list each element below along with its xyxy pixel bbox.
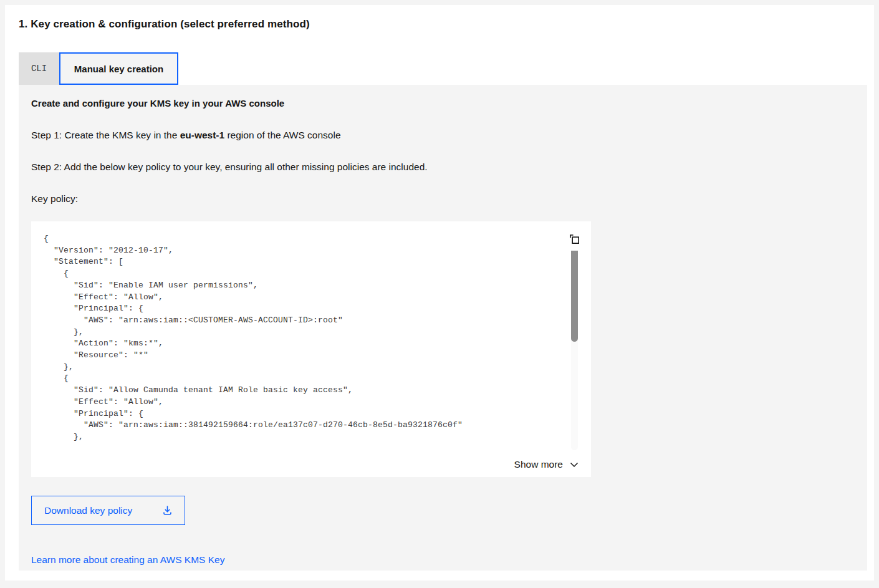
content-card: 1. Key creation & configuration (select …	[5, 5, 874, 581]
download-button-label: Download key policy	[44, 505, 132, 516]
page-background: 1. Key creation & configuration (select …	[0, 0, 879, 588]
step-2-text: Step 2: Add the below key policy to your…	[31, 161, 855, 173]
step-1-region: eu-west-1	[180, 130, 225, 140]
method-tabs: CLI Manual key creation	[19, 52, 862, 85]
copy-button[interactable]	[567, 231, 582, 246]
chevron-down-icon	[570, 462, 579, 468]
learn-more-link[interactable]: Learn more about creating an AWS KMS Key	[31, 554, 224, 566]
tab-cli-label: CLI	[31, 64, 47, 74]
panel-heading: Create and configure your KMS key in you…	[31, 97, 855, 110]
download-key-policy-button[interactable]: Download key policy	[31, 496, 185, 525]
step-1-text: Step 1: Create the KMS key in the eu-wes…	[31, 129, 855, 142]
key-policy-code: { "Version": "2012-10-17", "Statement": …	[31, 221, 591, 443]
tab-cli[interactable]: CLI	[19, 52, 59, 85]
tab-manual-label: Manual key creation	[74, 64, 163, 74]
step-1-prefix: Step 1: Create the KMS key in the	[31, 130, 180, 140]
key-policy-label: Key policy:	[31, 193, 855, 205]
download-icon	[162, 505, 173, 516]
tab-panel-manual-key-creation: Create and configure your KMS key in you…	[19, 85, 867, 571]
copy-icon	[569, 234, 580, 244]
snippet-scrollbar-thumb[interactable]	[571, 251, 578, 342]
show-more-button[interactable]: Show more	[513, 456, 580, 473]
step-1-suffix: region of the AWS console	[224, 130, 340, 140]
tab-manual-key-creation[interactable]: Manual key creation	[59, 52, 178, 85]
page-title: 1. Key creation & configuration (select …	[14, 17, 862, 31]
code-snippet: { "Version": "2012-10-17", "Statement": …	[31, 221, 591, 477]
show-more-label: Show more	[514, 459, 563, 470]
